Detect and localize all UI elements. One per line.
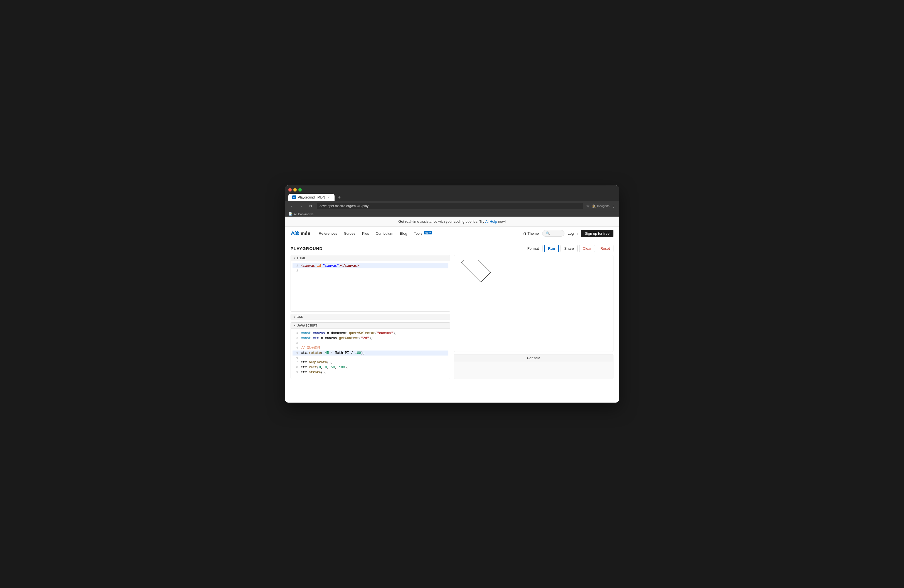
html-line-2: 2 bbox=[292, 269, 448, 273]
css-editor-section: ▶ CSS bbox=[291, 314, 450, 320]
js-section-label: JAVASCRIPT bbox=[297, 324, 317, 327]
js-line-3: 3 bbox=[292, 341, 448, 346]
html-editor-section: ▼ HTML 1 <canvas id="canvas"></canvas> bbox=[291, 255, 450, 311]
js-editor-section: ▼ JAVASCRIPT 1 const canvas = document.q… bbox=[291, 322, 450, 379]
banner-text: Get real-time assistance with your codin… bbox=[398, 220, 485, 224]
js-line-content-4: // 新增這行 bbox=[301, 346, 320, 351]
reload-button[interactable]: ↻ bbox=[307, 203, 314, 209]
css-editor-header[interactable]: ▶ CSS bbox=[291, 314, 450, 320]
css-section-label: CSS bbox=[297, 315, 303, 318]
nav-plus[interactable]: Plus bbox=[362, 231, 369, 236]
tab-close-button[interactable]: ✕ bbox=[327, 196, 331, 199]
js-line-num-4: 4 bbox=[292, 346, 298, 351]
signup-button[interactable]: Sign up for free bbox=[581, 230, 613, 237]
playground-buttons: Format Run Share Clear Reset bbox=[524, 245, 613, 252]
playground-container: PLAYGROUND Format Run Share Clear Reset … bbox=[285, 240, 619, 383]
run-button[interactable]: Run bbox=[544, 245, 559, 252]
js-line-4: 4 // 新增這行 bbox=[292, 346, 448, 351]
js-line-content-7: ctx.beginPath(); bbox=[301, 360, 333, 365]
traffic-lights bbox=[288, 188, 616, 191]
clear-button[interactable]: Clear bbox=[579, 245, 595, 252]
banner-text-after: now! bbox=[497, 220, 506, 224]
js-line-9: 9 ctx.stroke(); bbox=[292, 370, 448, 375]
js-line-2: 2 const ctx = canvas.getContext("2d"); bbox=[292, 336, 448, 341]
js-line-num-6: 6 bbox=[292, 356, 298, 360]
nav-blog[interactable]: Blog bbox=[400, 231, 407, 236]
active-tab[interactable]: M Playground | MDN ✕ bbox=[288, 194, 335, 201]
page: Get real-time assistance with your codin… bbox=[285, 217, 619, 383]
svg-rect-0 bbox=[461, 260, 491, 282]
html-line-num-2: 2 bbox=[292, 269, 298, 273]
js-line-num-3: 3 bbox=[292, 341, 298, 346]
js-line-content-9: ctx.stroke(); bbox=[301, 370, 327, 375]
mdn-logo[interactable]: mdn bbox=[291, 229, 310, 238]
js-editor-header[interactable]: ▼ JAVASCRIPT bbox=[291, 322, 450, 329]
close-traffic-light[interactable] bbox=[288, 188, 292, 191]
format-button[interactable]: Format bbox=[524, 245, 542, 252]
html-line-1: 1 <canvas id="canvas"></canvas> bbox=[292, 263, 448, 269]
minimize-traffic-light[interactable] bbox=[293, 188, 297, 191]
playground-title: PLAYGROUND bbox=[291, 246, 322, 251]
menu-button[interactable]: ⋮ bbox=[612, 204, 616, 208]
console-header: Console bbox=[454, 354, 613, 362]
js-line-num-7: 7 bbox=[292, 360, 298, 365]
search-icon: 🔍 bbox=[546, 231, 550, 235]
mdn-nav: mdn References Guides Plus Curriculum Bl… bbox=[285, 227, 619, 240]
bookmarks-bar: 📑 All Bookmarks bbox=[285, 211, 619, 217]
top-banner: Get real-time assistance with your codin… bbox=[285, 217, 619, 227]
output-column: Console bbox=[454, 255, 613, 379]
js-collapse-arrow: ▼ bbox=[294, 324, 296, 327]
back-button[interactable]: ‹ bbox=[288, 203, 295, 209]
login-button[interactable]: Log in bbox=[568, 231, 577, 236]
js-line-8: 8 ctx.rect(0, 0, 50, 100); bbox=[292, 365, 448, 370]
css-collapse-arrow: ▶ bbox=[294, 316, 296, 318]
nav-guides[interactable]: Guides bbox=[344, 231, 356, 236]
theme-icon: ◑ bbox=[523, 231, 526, 236]
html-line-num-1: 1 bbox=[292, 263, 298, 269]
search-button[interactable]: 🔍 bbox=[542, 230, 564, 237]
js-line-num-8: 8 bbox=[292, 365, 298, 370]
nav-tools[interactable]: Tools NEW bbox=[414, 231, 432, 236]
new-tab-button[interactable]: + bbox=[336, 194, 343, 201]
new-badge: NEW bbox=[424, 231, 432, 234]
output-panel bbox=[454, 255, 613, 352]
js-line-1: 1 const canvas = document.querySelector(… bbox=[292, 331, 448, 336]
browser-chrome: M Playground | MDN ✕ + bbox=[285, 185, 619, 201]
js-line-num-2: 2 bbox=[292, 336, 298, 341]
js-line-num-5: 5 bbox=[292, 351, 298, 356]
console-panel: Console bbox=[454, 354, 613, 379]
incognito-icon: 🕵 bbox=[592, 204, 596, 208]
ai-help-link[interactable]: AI Help bbox=[485, 220, 497, 224]
nav-references[interactable]: References bbox=[319, 231, 337, 236]
js-editor-body[interactable]: 1 const canvas = document.querySelector(… bbox=[291, 329, 450, 379]
html-editor-header[interactable]: ▼ HTML bbox=[291, 255, 450, 261]
incognito-badge: 🕵 Incognito bbox=[592, 204, 610, 208]
maximize-traffic-light[interactable] bbox=[299, 188, 302, 191]
address-bar: ‹ › ↻ ☆ 🕵 Incognito ⋮ bbox=[285, 201, 619, 211]
forward-button[interactable]: › bbox=[298, 203, 305, 209]
canvas-output-svg bbox=[458, 260, 492, 293]
console-body bbox=[454, 362, 613, 379]
share-button[interactable]: Share bbox=[561, 245, 577, 252]
js-line-num-1: 1 bbox=[292, 331, 298, 336]
nav-curriculum[interactable]: Curriculum bbox=[376, 231, 393, 236]
tab-favicon: M bbox=[292, 196, 296, 199]
js-line-7: 7 ctx.beginPath(); bbox=[292, 360, 448, 365]
js-line-content-2: const ctx = canvas.getContext("2d"); bbox=[301, 336, 373, 341]
js-line-content-5: ctx.rotate(-45 * Math.PI / 180); bbox=[301, 351, 365, 356]
address-input[interactable] bbox=[317, 203, 583, 209]
bookmark-icon[interactable]: ☆ bbox=[586, 204, 590, 208]
theme-button[interactable]: ◑ Theme bbox=[523, 231, 539, 236]
js-line-num-9: 9 bbox=[292, 370, 298, 375]
html-section-label: HTML bbox=[297, 256, 306, 260]
html-collapse-arrow: ▼ bbox=[294, 257, 296, 259]
theme-label: Theme bbox=[528, 231, 539, 236]
reset-button[interactable]: Reset bbox=[597, 245, 613, 252]
output-canvas-area bbox=[454, 255, 613, 352]
tab-title: Playground | MDN bbox=[298, 196, 325, 199]
browser-actions: ☆ 🕵 Incognito ⋮ bbox=[586, 204, 616, 208]
tab-bar: M Playground | MDN ✕ + bbox=[288, 194, 616, 201]
nav-actions: ◑ Theme 🔍 Log in Sign up for free bbox=[523, 230, 613, 237]
js-line-content-1: const canvas = document.querySelector("c… bbox=[301, 331, 397, 336]
html-editor-body[interactable]: 1 <canvas id="canvas"></canvas> 2 bbox=[291, 261, 450, 311]
